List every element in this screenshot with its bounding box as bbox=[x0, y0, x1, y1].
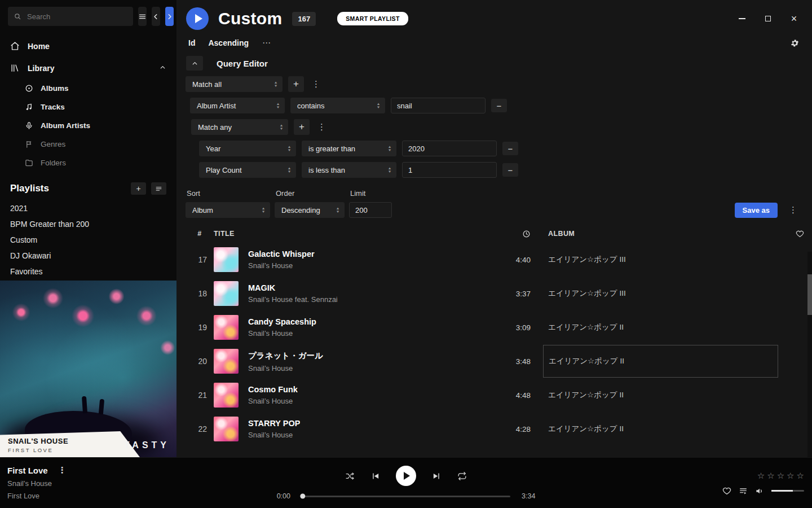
minus-icon: − bbox=[497, 101, 502, 111]
track-album[interactable]: エイリアン☆ポップ II bbox=[548, 310, 785, 344]
search-box[interactable] bbox=[8, 7, 133, 26]
select-caret-icon bbox=[279, 124, 283, 130]
rule-value-input[interactable] bbox=[402, 162, 497, 178]
sort-direction-button[interactable]: Ascending bbox=[208, 38, 249, 47]
album-column-header[interactable]: ALBUM bbox=[548, 230, 785, 238]
remove-rule-button[interactable]: − bbox=[491, 99, 507, 112]
match-type-select[interactable]: Match all bbox=[186, 76, 283, 92]
sidebar-item-tracks[interactable]: Tracks bbox=[0, 98, 176, 116]
close-button[interactable]: × bbox=[789, 14, 798, 23]
rule-value-input[interactable] bbox=[402, 141, 497, 156]
play-playlist-button[interactable] bbox=[186, 7, 209, 30]
minimize-button[interactable] bbox=[738, 14, 747, 23]
table-row[interactable]: 21 Cosmo Funk Snail’s House 4:48 エイリアン☆ポ… bbox=[176, 378, 812, 412]
track-album[interactable]: エイリアン☆ポップ III bbox=[548, 277, 785, 310]
settings-button[interactable] bbox=[790, 38, 800, 48]
table-row[interactable]: 22 STARRY POP Snail’s House 4:28 エイリアン☆ポ… bbox=[176, 412, 812, 446]
subgroup-menu-button[interactable]: ⋮ bbox=[315, 122, 328, 132]
rule-value-input[interactable] bbox=[391, 98, 486, 113]
sort-select[interactable]: Album bbox=[186, 202, 270, 218]
sidebar-item-genres[interactable]: Genres bbox=[0, 135, 176, 154]
hamburger-icon bbox=[138, 12, 147, 21]
back-button[interactable] bbox=[152, 7, 160, 26]
sort-field-button[interactable]: Id bbox=[188, 38, 195, 47]
title-column-header[interactable]: TITLE bbox=[214, 230, 491, 238]
rule-operator-select[interactable]: is less than bbox=[302, 162, 396, 178]
rating-stars[interactable]: ☆ ☆ ☆ ☆ ☆ bbox=[757, 471, 804, 481]
repeat-button[interactable] bbox=[457, 471, 467, 481]
playlist-item[interactable]: DJ Okawari bbox=[0, 248, 176, 264]
limit-input[interactable] bbox=[349, 202, 392, 218]
track-album[interactable]: エイリアン☆ポップ II bbox=[548, 412, 785, 446]
plus-icon: + bbox=[136, 184, 140, 193]
rule-operator-select[interactable]: is greater than bbox=[302, 141, 396, 156]
track-title-cell: プラネット・ガール Snail’s House bbox=[214, 349, 491, 374]
track-album-focused[interactable]: エイリアン☆ポップ II bbox=[543, 345, 778, 378]
add-playlist-button[interactable]: + bbox=[131, 182, 146, 195]
order-select[interactable]: Descending bbox=[275, 202, 345, 218]
menu-button[interactable] bbox=[138, 7, 147, 26]
rule-field-select[interactable]: Play Count bbox=[199, 162, 296, 178]
playlist-item[interactable]: Custom bbox=[0, 232, 176, 248]
scrollbar-thumb[interactable] bbox=[807, 274, 812, 315]
forward-button[interactable] bbox=[165, 7, 174, 26]
favorite-button[interactable] bbox=[722, 487, 731, 496]
playlists-menu-button[interactable] bbox=[151, 182, 166, 195]
table-row[interactable]: 20 プラネット・ガール Snail’s House 3:48 エイリアン☆ポッ… bbox=[176, 344, 812, 378]
star-icon[interactable]: ☆ bbox=[767, 471, 774, 481]
subgroup-match-type-select[interactable]: Match any bbox=[191, 119, 288, 135]
playlist-item[interactable]: 2021 bbox=[0, 200, 176, 216]
sidebar-item-library[interactable]: Library bbox=[0, 57, 176, 79]
maximize-button[interactable] bbox=[764, 14, 773, 23]
table-row[interactable]: 19 Candy Spaceship Snail’s House 3:09 エイ… bbox=[176, 310, 812, 344]
select-caret-icon bbox=[336, 207, 339, 213]
track-album[interactable]: エイリアン☆ポップ II bbox=[548, 378, 785, 412]
playlist-item[interactable]: Favorites bbox=[0, 264, 176, 279]
track-album[interactable]: エイリアン☆ポップ III bbox=[548, 243, 785, 277]
remove-rule-button[interactable]: − bbox=[502, 142, 518, 155]
collapse-library-button[interactable] bbox=[159, 64, 166, 73]
next-track-button[interactable] bbox=[432, 471, 442, 481]
star-icon[interactable]: ☆ bbox=[757, 471, 765, 481]
sidebar-item-albums[interactable]: Albums bbox=[0, 79, 176, 98]
seek-bar[interactable] bbox=[302, 496, 510, 497]
now-playing-menu-button[interactable]: ⋮ bbox=[56, 465, 69, 475]
number-column-header[interactable]: # bbox=[186, 230, 214, 238]
home-icon bbox=[10, 41, 20, 51]
volume-button[interactable] bbox=[755, 487, 764, 496]
add-rule-button[interactable]: + bbox=[288, 76, 304, 92]
play-pause-button[interactable] bbox=[396, 466, 416, 486]
sidebar-item-album-artists[interactable]: Album Artists bbox=[0, 116, 176, 135]
playlist-item[interactable]: BPM Greater than 200 bbox=[0, 216, 176, 232]
rule-field-select[interactable]: Year bbox=[199, 141, 296, 156]
rule-operator-select[interactable]: contains bbox=[290, 98, 385, 113]
track-number: 19 bbox=[186, 323, 214, 332]
add-subgroup-rule-button[interactable]: + bbox=[294, 119, 310, 135]
play-icon bbox=[195, 14, 202, 23]
save-menu-button[interactable]: ⋮ bbox=[787, 205, 800, 215]
star-icon[interactable]: ☆ bbox=[787, 471, 794, 481]
rule-field-select[interactable]: Album Artist bbox=[190, 98, 285, 113]
save-as-button[interactable]: Save as bbox=[735, 203, 778, 218]
seek-handle[interactable] bbox=[300, 494, 305, 499]
collapse-query-editor-button[interactable] bbox=[186, 56, 203, 71]
group-menu-button[interactable]: ⋮ bbox=[310, 79, 323, 89]
sidebar-item-folders[interactable]: Folders bbox=[0, 154, 176, 172]
sort-more-button[interactable]: ⋯ bbox=[262, 38, 271, 48]
search-input[interactable] bbox=[26, 12, 127, 21]
previous-track-button[interactable] bbox=[370, 471, 380, 481]
star-icon[interactable]: ☆ bbox=[797, 471, 804, 481]
shuffle-button[interactable] bbox=[345, 471, 355, 481]
duration-column-header[interactable] bbox=[491, 230, 531, 238]
sidebar-item-home[interactable]: Home bbox=[0, 35, 176, 57]
favorite-column-header[interactable] bbox=[785, 230, 805, 238]
close-icon: × bbox=[791, 14, 797, 24]
vertical-scrollbar[interactable] bbox=[807, 252, 812, 457]
queue-button[interactable] bbox=[739, 487, 748, 496]
table-row[interactable]: 17 Galactic Whisper Snail’s House 4:40 エ… bbox=[176, 243, 812, 277]
table-row[interactable]: 18 MAGIK Snail’s House feat. Sennzai 3:3… bbox=[176, 277, 812, 310]
volume-slider[interactable] bbox=[771, 490, 804, 492]
remove-rule-button[interactable]: − bbox=[502, 163, 518, 177]
now-playing-album-art[interactable]: SNAIL'S HOUSE FIRST LOVE TASTY bbox=[0, 281, 176, 457]
star-icon[interactable]: ☆ bbox=[777, 471, 784, 481]
